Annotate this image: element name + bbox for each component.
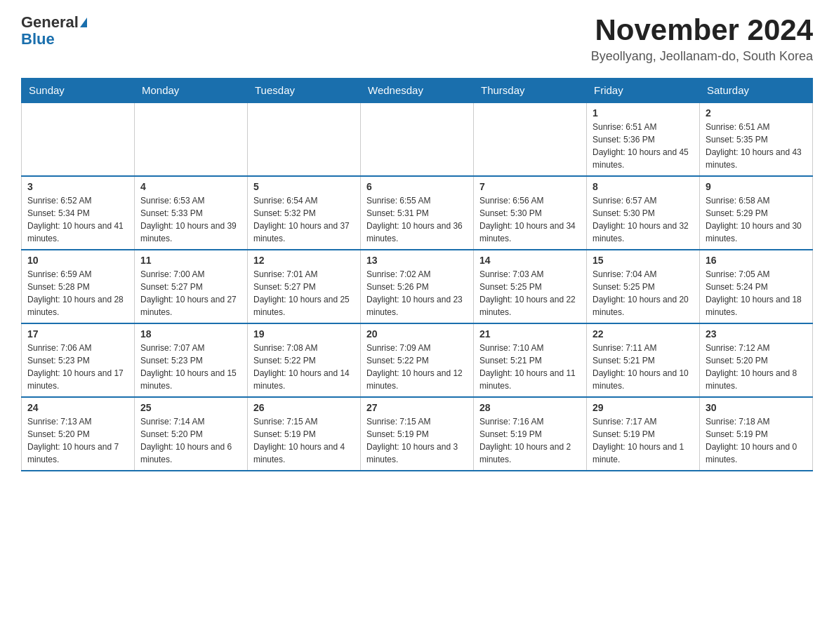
calendar-cell: 13Sunrise: 7:02 AM Sunset: 5:26 PM Dayli…: [361, 250, 474, 323]
calendar-cell: 12Sunrise: 7:01 AM Sunset: 5:27 PM Dayli…: [248, 250, 361, 323]
calendar-cell: 9Sunrise: 6:58 AM Sunset: 5:29 PM Daylig…: [700, 176, 813, 250]
day-info: Sunrise: 7:05 AM Sunset: 5:24 PM Dayligh…: [706, 268, 807, 318]
calendar-table: SundayMondayTuesdayWednesdayThursdayFrid…: [21, 78, 813, 471]
day-number: 25: [140, 402, 241, 413]
day-info: Sunrise: 7:04 AM Sunset: 5:25 PM Dayligh…: [593, 268, 694, 318]
col-header-sunday: Sunday: [22, 79, 135, 103]
col-header-friday: Friday: [587, 79, 700, 103]
day-number: 28: [479, 402, 581, 413]
calendar-week-row: 17Sunrise: 7:06 AM Sunset: 5:23 PM Dayli…: [22, 323, 813, 397]
day-info: Sunrise: 7:11 AM Sunset: 5:21 PM Dayligh…: [593, 342, 694, 392]
day-info: Sunrise: 6:53 AM Sunset: 5:33 PM Dayligh…: [140, 194, 241, 245]
col-header-thursday: Thursday: [474, 79, 587, 103]
day-info: Sunrise: 7:15 AM Sunset: 5:19 PM Dayligh…: [366, 415, 468, 466]
day-number: 12: [253, 255, 355, 266]
calendar-cell: 14Sunrise: 7:03 AM Sunset: 5:25 PM Dayli…: [474, 250, 587, 323]
calendar-header-row: SundayMondayTuesdayWednesdayThursdayFrid…: [22, 79, 813, 103]
calendar-cell: 23Sunrise: 7:12 AM Sunset: 5:20 PM Dayli…: [700, 323, 813, 397]
calendar-week-row: 3Sunrise: 6:52 AM Sunset: 5:34 PM Daylig…: [22, 176, 813, 250]
calendar-cell: 27Sunrise: 7:15 AM Sunset: 5:19 PM Dayli…: [361, 397, 474, 471]
day-number: 9: [706, 181, 807, 192]
day-number: 20: [366, 328, 468, 340]
day-number: 2: [706, 107, 807, 119]
calendar-cell: 11Sunrise: 7:00 AM Sunset: 5:27 PM Dayli…: [135, 250, 248, 323]
day-number: 21: [479, 328, 581, 340]
day-number: 24: [27, 402, 128, 413]
title-section: November 2024 Byeollyang, Jeollanam-do, …: [591, 14, 813, 64]
calendar-cell: 29Sunrise: 7:17 AM Sunset: 5:19 PM Dayli…: [587, 397, 700, 471]
calendar-cell: 19Sunrise: 7:08 AM Sunset: 5:22 PM Dayli…: [248, 323, 361, 397]
day-number: 26: [253, 402, 355, 413]
day-info: Sunrise: 6:52 AM Sunset: 5:34 PM Dayligh…: [27, 194, 128, 245]
day-number: 11: [140, 255, 241, 266]
day-number: 22: [593, 328, 694, 340]
calendar-cell: 30Sunrise: 7:18 AM Sunset: 5:19 PM Dayli…: [700, 397, 813, 471]
day-info: Sunrise: 6:51 AM Sunset: 5:35 PM Dayligh…: [706, 121, 807, 171]
calendar-cell: 6Sunrise: 6:55 AM Sunset: 5:31 PM Daylig…: [361, 176, 474, 250]
col-header-monday: Monday: [135, 79, 248, 103]
calendar-cell: [248, 102, 361, 176]
month-title: November 2024: [591, 14, 813, 46]
calendar-cell: 18Sunrise: 7:07 AM Sunset: 5:23 PM Dayli…: [135, 323, 248, 397]
calendar-cell: [361, 102, 474, 176]
day-info: Sunrise: 7:15 AM Sunset: 5:19 PM Dayligh…: [253, 415, 355, 466]
day-number: 18: [140, 328, 241, 340]
calendar-cell: 16Sunrise: 7:05 AM Sunset: 5:24 PM Dayli…: [700, 250, 813, 323]
calendar-cell: 1Sunrise: 6:51 AM Sunset: 5:36 PM Daylig…: [587, 102, 700, 176]
day-number: 7: [479, 181, 581, 192]
calendar-cell: 5Sunrise: 6:54 AM Sunset: 5:32 PM Daylig…: [248, 176, 361, 250]
day-number: 14: [479, 255, 581, 266]
day-number: 19: [253, 328, 355, 340]
logo: General Blue: [21, 14, 87, 48]
day-number: 3: [27, 181, 128, 192]
calendar-cell: 21Sunrise: 7:10 AM Sunset: 5:21 PM Dayli…: [474, 323, 587, 397]
day-number: 30: [706, 402, 807, 413]
day-number: 8: [593, 181, 694, 192]
calendar-cell: 4Sunrise: 6:53 AM Sunset: 5:33 PM Daylig…: [135, 176, 248, 250]
day-number: 15: [593, 255, 694, 266]
location-text: Byeollyang, Jeollanam-do, South Korea: [591, 49, 813, 64]
day-info: Sunrise: 7:07 AM Sunset: 5:23 PM Dayligh…: [140, 342, 241, 392]
day-info: Sunrise: 6:59 AM Sunset: 5:28 PM Dayligh…: [27, 268, 128, 318]
day-number: 1: [593, 107, 694, 119]
calendar-cell: 28Sunrise: 7:16 AM Sunset: 5:19 PM Dayli…: [474, 397, 587, 471]
day-info: Sunrise: 7:14 AM Sunset: 5:20 PM Dayligh…: [140, 415, 241, 466]
calendar-cell: 8Sunrise: 6:57 AM Sunset: 5:30 PM Daylig…: [587, 176, 700, 250]
day-number: 16: [706, 255, 807, 266]
calendar-cell: [22, 102, 135, 176]
day-info: Sunrise: 7:09 AM Sunset: 5:22 PM Dayligh…: [366, 342, 468, 392]
day-number: 29: [593, 402, 694, 413]
day-number: 4: [140, 181, 241, 192]
logo-general-text: General: [21, 14, 79, 31]
day-number: 6: [366, 181, 468, 192]
day-info: Sunrise: 7:18 AM Sunset: 5:19 PM Dayligh…: [706, 415, 807, 466]
day-info: Sunrise: 7:08 AM Sunset: 5:22 PM Dayligh…: [253, 342, 355, 392]
day-number: 5: [253, 181, 355, 192]
calendar-cell: 2Sunrise: 6:51 AM Sunset: 5:35 PM Daylig…: [700, 102, 813, 176]
calendar-cell: [474, 102, 587, 176]
day-number: 27: [366, 402, 468, 413]
calendar-cell: 17Sunrise: 7:06 AM Sunset: 5:23 PM Dayli…: [22, 323, 135, 397]
day-info: Sunrise: 7:06 AM Sunset: 5:23 PM Dayligh…: [27, 342, 128, 392]
calendar-cell: 24Sunrise: 7:13 AM Sunset: 5:20 PM Dayli…: [22, 397, 135, 471]
calendar-week-row: 1Sunrise: 6:51 AM Sunset: 5:36 PM Daylig…: [22, 102, 813, 176]
day-info: Sunrise: 7:02 AM Sunset: 5:26 PM Dayligh…: [366, 268, 468, 318]
day-number: 13: [366, 255, 468, 266]
calendar-week-row: 24Sunrise: 7:13 AM Sunset: 5:20 PM Dayli…: [22, 397, 813, 471]
day-info: Sunrise: 6:54 AM Sunset: 5:32 PM Dayligh…: [253, 194, 355, 245]
calendar-cell: 22Sunrise: 7:11 AM Sunset: 5:21 PM Dayli…: [587, 323, 700, 397]
page-header: General Blue November 2024 Byeollyang, J…: [21, 14, 813, 64]
day-info: Sunrise: 6:58 AM Sunset: 5:29 PM Dayligh…: [706, 194, 807, 245]
calendar-cell: 10Sunrise: 6:59 AM Sunset: 5:28 PM Dayli…: [22, 250, 135, 323]
calendar-cell: 3Sunrise: 6:52 AM Sunset: 5:34 PM Daylig…: [22, 176, 135, 250]
calendar-cell: 7Sunrise: 6:56 AM Sunset: 5:30 PM Daylig…: [474, 176, 587, 250]
calendar-week-row: 10Sunrise: 6:59 AM Sunset: 5:28 PM Dayli…: [22, 250, 813, 323]
day-info: Sunrise: 7:12 AM Sunset: 5:20 PM Dayligh…: [706, 342, 807, 392]
day-info: Sunrise: 7:00 AM Sunset: 5:27 PM Dayligh…: [140, 268, 241, 318]
col-header-wednesday: Wednesday: [361, 79, 474, 103]
logo-arrow-icon: [80, 18, 87, 27]
day-info: Sunrise: 7:17 AM Sunset: 5:19 PM Dayligh…: [593, 415, 694, 466]
day-number: 17: [27, 328, 128, 340]
day-info: Sunrise: 7:01 AM Sunset: 5:27 PM Dayligh…: [253, 268, 355, 318]
day-info: Sunrise: 6:51 AM Sunset: 5:36 PM Dayligh…: [593, 121, 694, 171]
